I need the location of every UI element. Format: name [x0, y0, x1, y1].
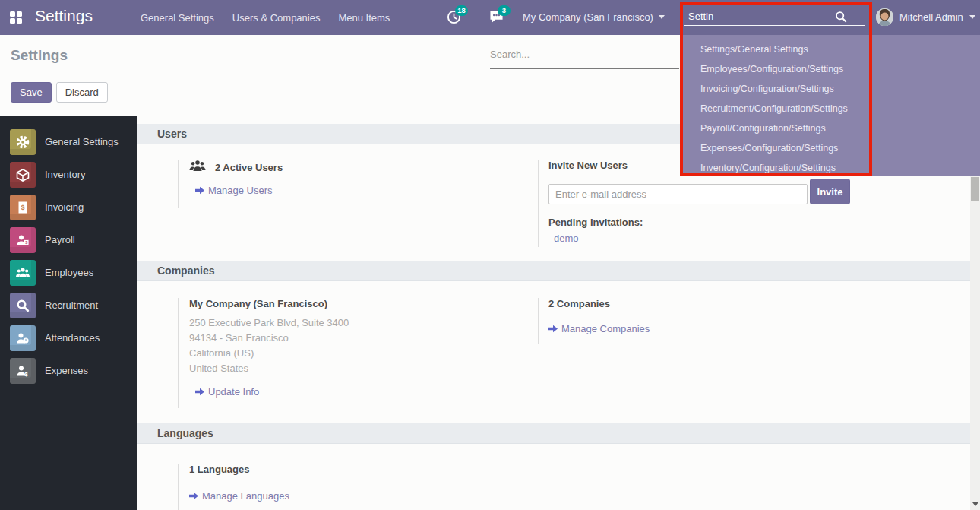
search-result-item[interactable]: Payroll/Configuration/Settings: [682, 119, 980, 138]
update-info-link[interactable]: Update Info: [189, 386, 538, 398]
languages-box: 1 Languages Manage Languages: [178, 464, 538, 510]
company-address-line: United States: [189, 361, 538, 376]
arrow-right-icon: [195, 388, 204, 396]
employees-group-icon: [10, 260, 36, 286]
manage-users-link[interactable]: Manage Users: [189, 185, 538, 196]
top-navbar: Settings General Settings Users & Compan…: [0, 0, 980, 35]
menu-users-companies[interactable]: Users & Companies: [232, 12, 321, 24]
discard-button[interactable]: Discard: [56, 82, 108, 103]
svg-text:$: $: [24, 371, 28, 378]
manage-companies-label: Manage Companies: [561, 323, 650, 334]
company-switcher-label: My Company (San Francisco): [523, 11, 653, 23]
manage-companies-link[interactable]: Manage Companies: [548, 323, 853, 334]
sidebar-item-label: Employees: [45, 267, 93, 278]
invite-button[interactable]: Invite: [810, 179, 850, 204]
app-brand-title[interactable]: Settings: [35, 7, 93, 25]
recruitment-magnifier-icon: [10, 293, 36, 318]
chevron-down-icon: [969, 15, 975, 19]
active-users-box: 2 Active Users Manage Users: [178, 160, 538, 208]
odoo-settings-screen: Settings General Settings Users & Compan…: [0, 0, 980, 510]
sidebar-item-label: Inventory: [45, 169, 85, 180]
user-menu-label: Mitchell Admin: [899, 11, 963, 23]
sidebar-item-label: Expenses: [45, 365, 88, 376]
invoice-document-icon: $: [10, 195, 36, 220]
company-info-box: My Company (San Francisco) 250 Executive…: [178, 298, 538, 408]
sidebar-item-label: Payroll: [45, 234, 75, 245]
content-search-input[interactable]: Search...: [490, 49, 530, 60]
sidebar-item-general-settings[interactable]: General Settings: [0, 125, 137, 158]
pending-invitations-label: Pending Invitations:: [548, 217, 853, 228]
chevron-down-icon: [659, 15, 665, 19]
header-buttons: Save Discard: [11, 82, 108, 103]
apps-grid-icon[interactable]: [10, 11, 22, 24]
company-address-line: California (US): [189, 346, 538, 361]
svg-text:$: $: [21, 204, 24, 211]
activities-count-badge: 18: [455, 5, 468, 16]
search-result-item[interactable]: Settings/General Settings: [682, 40, 980, 59]
sidebar-item-label: Invoicing: [45, 201, 84, 213]
page-title: Settings: [11, 47, 68, 64]
top-menu: General Settings Users & Companies Menu …: [141, 0, 390, 35]
user-menu[interactable]: Mitchell Admin: [876, 8, 975, 26]
inventory-box-icon: [10, 162, 36, 188]
sidebar-item-employees[interactable]: Employees: [0, 256, 137, 289]
update-info-label: Update Info: [208, 386, 259, 398]
menu-menu-items[interactable]: Menu Items: [338, 12, 390, 24]
activities-clock-icon[interactable]: 18: [447, 10, 461, 27]
sidebar-item-recruitment[interactable]: Recruitment: [0, 289, 137, 322]
languages-count: 1 Languages: [189, 464, 538, 475]
manage-languages-label: Manage Languages: [202, 490, 289, 502]
messages-count-badge: 3: [498, 5, 511, 16]
search-result-item[interactable]: Invoicing/Configuration/Settings: [682, 79, 980, 99]
user-avatar: [876, 8, 893, 26]
payroll-person-icon: $: [10, 227, 36, 253]
sidebar-item-invoicing[interactable]: $ Invoicing: [0, 191, 137, 223]
sidebar-item-inventory[interactable]: Inventory: [0, 158, 137, 191]
expenses-person-dollar-icon: $: [10, 358, 36, 384]
invite-email-field[interactable]: [548, 184, 808, 204]
companies-count-box: 2 Companies Manage Companies: [538, 298, 853, 344]
vertical-scrollbar[interactable]: [970, 176, 980, 510]
sidebar-item-label: Attendances: [45, 332, 100, 344]
section-header-languages: Languages: [137, 423, 970, 444]
sidebar-item-expenses[interactable]: $ Expenses: [0, 354, 137, 387]
companies-count: 2 Companies: [548, 298, 853, 309]
company-switcher[interactable]: My Company (San Francisco): [523, 11, 665, 23]
attendance-person-clock-icon: [10, 325, 36, 351]
active-users-count: 2 Active Users: [215, 162, 283, 173]
settings-sidebar: General Settings Inventory $ Invoicing $…: [0, 116, 137, 510]
search-results-dropdown: Settings/General Settings Employees/Conf…: [682, 35, 980, 176]
manage-languages-link[interactable]: Manage Languages: [189, 490, 538, 502]
arrow-right-icon: [548, 325, 558, 333]
sidebar-item-attendances[interactable]: Attendances: [0, 322, 137, 354]
section-header-companies: Companies: [137, 261, 970, 281]
scrollbar-down-arrow-icon[interactable]: [972, 502, 978, 506]
gear-icon: [10, 129, 36, 155]
manage-users-label: Manage Users: [208, 185, 273, 196]
company-address-line: 250 Executive Park Blvd, Suite 3400: [189, 315, 538, 331]
search-icon[interactable]: [835, 11, 847, 26]
sidebar-item-payroll[interactable]: $ Payroll: [0, 223, 137, 256]
sidebar-item-label: General Settings: [45, 136, 119, 147]
content-search-underline: [490, 68, 679, 69]
company-name: My Company (San Francisco): [189, 298, 538, 309]
users-group-icon: [189, 160, 206, 175]
messages-chat-icon[interactable]: 3: [489, 10, 504, 27]
scrollbar-thumb[interactable]: [971, 177, 979, 201]
search-result-item[interactable]: Inventory/Configuration/Settings: [682, 158, 980, 178]
sidebar-item-label: Recruitment: [45, 299, 98, 311]
save-button[interactable]: Save: [11, 82, 52, 103]
pending-invitation-user[interactable]: demo: [548, 233, 853, 244]
company-address-line: 94134 - San Francisco: [189, 331, 538, 346]
svg-text:$: $: [25, 240, 27, 245]
arrow-right-icon: [189, 492, 198, 500]
menu-general-settings[interactable]: General Settings: [141, 12, 214, 24]
search-result-item[interactable]: Employees/Configuration/Settings: [682, 59, 980, 79]
search-result-item[interactable]: Recruitment/Configuration/Settings: [682, 99, 980, 119]
search-result-item[interactable]: Expenses/Configuration/Settings: [682, 138, 980, 158]
arrow-right-icon: [195, 186, 204, 195]
topbar-search-input[interactable]: Settin: [688, 11, 713, 22]
